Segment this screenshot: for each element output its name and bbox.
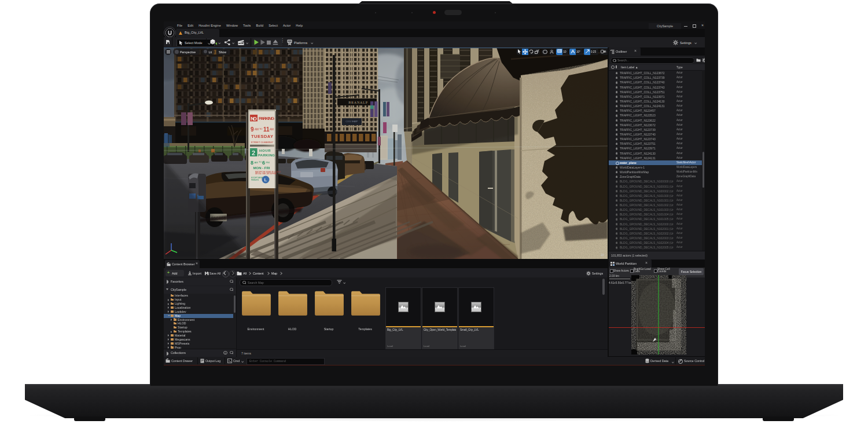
- svg-text:10: 10: [601, 253, 604, 257]
